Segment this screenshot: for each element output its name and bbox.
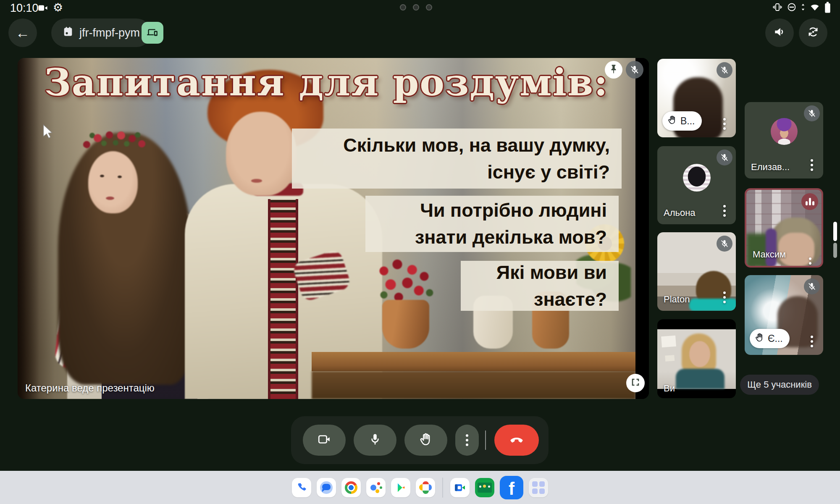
dot-icon xyxy=(400,4,406,10)
call-control-bar xyxy=(291,416,549,464)
hand-raised-icon xyxy=(667,115,677,128)
mic-icon xyxy=(368,432,382,448)
mic-toggle-button[interactable] xyxy=(354,425,396,456)
speaking-indicator-icon xyxy=(801,193,818,210)
camera-toggle-button[interactable] xyxy=(303,425,346,456)
classroom-app-icon[interactable] xyxy=(475,478,494,497)
presentation-tile[interactable]: Запитання для роздумів: Скільки мов, на … xyxy=(18,58,649,399)
status-icons-right xyxy=(772,2,831,14)
back-arrow-icon: ← xyxy=(16,25,30,41)
meeting-code-pill[interactable]: jfr-fmpf-pym xyxy=(51,18,151,47)
mic-off-icon xyxy=(804,105,820,121)
participant-name: Є... xyxy=(768,333,783,344)
meet-call-screen: 10:10 ⚙ ← jfr-fmpf-pym xyxy=(0,0,840,504)
photos-pinwheel-icon xyxy=(419,481,432,494)
assistant-app-icon[interactable] xyxy=(366,478,386,497)
tile-menu-button[interactable] xyxy=(723,118,726,121)
end-call-button[interactable] xyxy=(494,425,539,456)
participant-name: Максим xyxy=(753,249,786,260)
question-line: існує у світі? xyxy=(292,159,610,186)
calendar-icon xyxy=(62,26,74,40)
participant-name: В... xyxy=(680,116,695,127)
question-line: знати декілька мов? xyxy=(365,224,607,251)
chrome-logo-icon xyxy=(345,481,357,494)
slide: Запитання для роздумів: Скільки мов, на … xyxy=(18,58,635,399)
tile-menu-button[interactable] xyxy=(809,257,811,260)
photos-app-icon[interactable] xyxy=(416,478,435,497)
fullscreen-button[interactable] xyxy=(626,374,645,392)
dot-icon xyxy=(426,4,432,10)
presenting-caption: Катерина веде презентацію xyxy=(25,382,155,394)
cast-devices-button[interactable] xyxy=(142,22,163,44)
wifi-icon xyxy=(809,2,820,14)
participant-name: Ви xyxy=(664,383,675,394)
tile-menu-button[interactable] xyxy=(811,159,813,162)
presenter-muted-icon xyxy=(626,61,643,79)
pin-button[interactable] xyxy=(605,61,622,79)
hand-raise-icon xyxy=(418,432,433,449)
app-grid-icon[interactable] xyxy=(529,478,548,497)
speaker-button[interactable] xyxy=(765,18,794,47)
tile-menu-button[interactable] xyxy=(811,336,813,338)
switch-camera-icon xyxy=(806,25,820,40)
videocam-icon xyxy=(317,432,331,448)
messages-app-icon[interactable] xyxy=(317,478,336,497)
dot-icon xyxy=(413,4,419,10)
raise-hand-button[interactable] xyxy=(404,425,447,456)
participant-tile[interactable]: Platon xyxy=(657,232,736,311)
grid-squares-icon xyxy=(532,481,545,494)
participant-tile[interactable]: Альона xyxy=(657,146,736,224)
fullscreen-icon xyxy=(630,377,640,389)
avatar xyxy=(771,118,798,145)
participant-tile[interactable]: Елизав... xyxy=(745,102,823,178)
scrollbar-track xyxy=(833,243,837,258)
mouse-cursor xyxy=(42,124,55,140)
hand-raised-name-pill: В... xyxy=(662,111,702,131)
play-store-app-icon[interactable] xyxy=(391,478,410,497)
question-box-1: Скільки мов, на вашу думку, існує у світ… xyxy=(292,129,622,189)
avatar xyxy=(683,164,711,192)
participant-tile[interactable]: В... xyxy=(657,59,736,137)
tile-menu-button[interactable] xyxy=(723,205,726,207)
question-line: Чи потрібно людині xyxy=(365,197,607,224)
participant-name: Альона xyxy=(664,207,696,218)
vibrate-icon xyxy=(772,2,782,14)
back-button[interactable]: ← xyxy=(8,18,37,47)
videocam-status-icon xyxy=(37,3,49,15)
more-options-button[interactable] xyxy=(455,425,479,456)
assistant-dots-icon xyxy=(370,481,382,494)
participant-face xyxy=(689,341,710,367)
more-options-icon xyxy=(466,434,468,437)
speaking-participant-tile[interactable]: Максим xyxy=(745,188,823,268)
participant-name: Platon xyxy=(664,294,690,305)
self-view-tile[interactable]: Ви xyxy=(657,319,736,398)
mic-off-icon xyxy=(717,62,732,78)
question-line: знаєте? xyxy=(461,286,607,313)
scrollbar-thumb[interactable] xyxy=(833,222,837,241)
wifi-arrows-icon xyxy=(801,2,805,14)
meeting-code: jfr-fmpf-pym xyxy=(79,26,140,39)
letterbox-strip xyxy=(635,58,649,399)
battery-icon xyxy=(824,2,831,15)
dock-icons-row: f xyxy=(292,476,548,499)
pin-icon xyxy=(608,63,619,76)
taskbar-dots xyxy=(400,4,432,10)
question-box-2: Чи потрібно людині знати декілька мов? xyxy=(365,196,619,252)
app-dock: f xyxy=(0,471,840,504)
facebook-app-icon[interactable]: f xyxy=(500,476,523,499)
meet-app-icon[interactable] xyxy=(450,478,470,497)
participant-shirt xyxy=(676,369,724,389)
devices-icon xyxy=(146,26,159,40)
classroom-board-icon xyxy=(478,483,492,493)
participant-tile[interactable]: Є... xyxy=(745,275,823,355)
question-line: Скільки мов, на вашу думку, xyxy=(292,132,610,159)
more-participants-pill[interactable]: Ще 5 учасників xyxy=(740,375,819,395)
tile-menu-button[interactable] xyxy=(723,291,726,294)
mic-off-icon xyxy=(804,278,820,294)
chrome-app-icon[interactable] xyxy=(341,478,361,497)
switch-camera-button[interactable] xyxy=(799,18,827,47)
message-bubble-icon xyxy=(320,481,333,494)
dock-divider xyxy=(442,478,443,498)
phone-app-icon[interactable] xyxy=(292,478,311,497)
mic-off-icon xyxy=(717,236,732,252)
